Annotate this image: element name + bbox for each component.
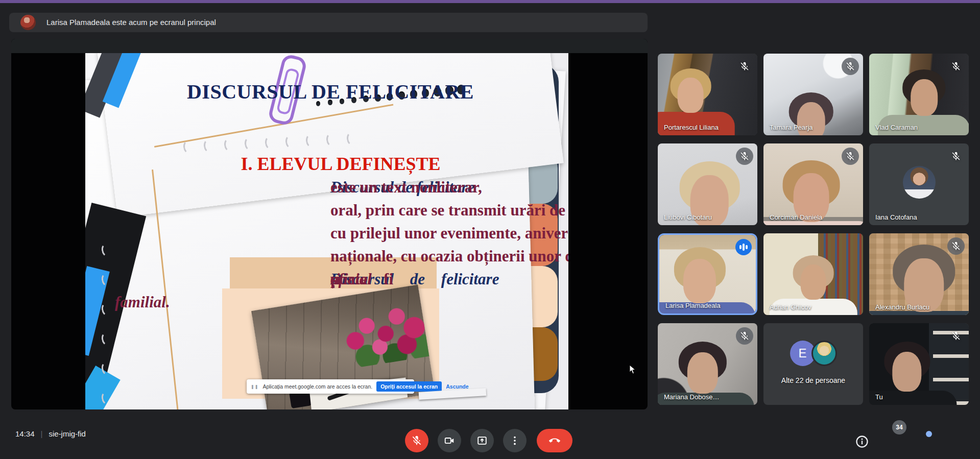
slide-body-line: cu prilejul unor evenimente, aniversări,… (110, 222, 551, 245)
mic-off-icon (736, 148, 753, 165)
participant-tile[interactable]: Iana Cotofana (869, 143, 969, 225)
participant-tile[interactable]: Larisa Plamadeala (658, 233, 757, 315)
google-meet-window: Larisa Plamadeala este acum pe ecranul p… (0, 0, 980, 459)
slide-heading: I. ELEVUL DEFINEȘTE (162, 153, 519, 175)
share-notice-message: Aplicația meet.google.com are acces la e… (262, 383, 372, 390)
person-head (898, 250, 950, 312)
participant-video: E (763, 323, 863, 405)
person-silhouette (763, 233, 863, 315)
avatar-photo (811, 341, 837, 366)
mic-off-icon (736, 327, 753, 345)
shared-screen-top-strip (11, 39, 648, 53)
info-icon (855, 434, 869, 449)
participant-name: Mariana Dobose… (664, 393, 719, 401)
participant-name: Adrian Ghicov (770, 303, 811, 311)
slide-body-line: oral, prin care se transmit urări de bin… (110, 199, 551, 222)
presentation-slide: DISCURSUL DE FELICITARE I. ELEVUL DEFINE… (85, 53, 568, 409)
chat-notification-dot (926, 431, 932, 437)
person-head (674, 72, 708, 113)
stop-sharing-button[interactable]: Opriți accesul la ecran (376, 381, 442, 392)
participant-tile[interactable]: Vlad Caraman (869, 54, 969, 135)
meeting-meta: 14:34 | sie-jmig-fid (15, 408, 86, 459)
participant-name: Alexandru Burlacu (875, 303, 929, 311)
bottom-bar: 14:34 | sie-jmig-fid (0, 408, 980, 459)
slide-body-line: Discursul de felicitare este un text non… (110, 176, 551, 199)
slide-body-line: naționale, cu ocazia obținerii unor dist… (110, 245, 551, 268)
present-screen-button[interactable] (470, 429, 494, 452)
clock: 14:34 (15, 429, 35, 438)
mic-toggle-button[interactable] (405, 429, 428, 452)
overflow-avatars: E (790, 341, 837, 366)
participant-tile[interactable]: Adrian Ghicov (763, 233, 863, 315)
mic-off-icon (947, 237, 965, 255)
person-head (888, 345, 926, 392)
participant-name: Liubovi Cibotaru (664, 213, 712, 221)
person-head (678, 252, 721, 304)
person-head (683, 346, 723, 394)
participant-name: Portarescul Liliana (664, 124, 719, 131)
present-icon (476, 435, 488, 446)
mic-off-icon (736, 58, 753, 75)
mouse-cursor (629, 365, 636, 375)
person-head (796, 259, 830, 300)
presenter-avatar (20, 15, 36, 30)
participant-tile[interactable]: Mariana Dobose… (658, 323, 757, 405)
participant-tile[interactable]: Tamara Pearja (763, 54, 863, 135)
participant-tile[interactable]: Liubovi Cibotaru (658, 143, 757, 225)
tulip-bouquet (328, 285, 435, 371)
presenter-toast-text: Larisa Plamadeala este acum pe ecranul p… (46, 13, 216, 32)
participant-name: Iana Cotofana (875, 213, 917, 221)
participant-name: Corcimari Daniela (770, 213, 822, 221)
hang-up-icon (549, 435, 560, 446)
participant-avatar (903, 166, 936, 199)
participant-name: Vlad Caraman (875, 124, 918, 131)
camera-toggle-button[interactable] (438, 429, 461, 452)
participant-name: Alte 22 de persoane (781, 376, 845, 384)
chrome-share-notice: ❚❚ Aplicația meet.google.com are acces l… (247, 379, 414, 394)
mic-off-icon (411, 435, 422, 446)
meeting-details-button[interactable] (855, 434, 869, 449)
participant-name: Tamara Pearja (770, 124, 813, 131)
mic-off-icon (947, 148, 965, 165)
leave-call-button[interactable] (537, 429, 572, 452)
presenter-toast: Larisa Plamadeala este acum pe ecranul p… (9, 13, 648, 32)
participant-video (763, 233, 863, 315)
more-options-icon (509, 435, 520, 446)
participant-name: Tu (875, 393, 883, 401)
speaking-indicator (735, 239, 752, 255)
mic-off-icon (947, 58, 965, 75)
hide-notice-link[interactable]: Ascunde (446, 383, 468, 390)
participant-tile[interactable]: Corcimari Daniela (763, 143, 863, 225)
camera-icon (444, 435, 455, 446)
browser-top-strip (0, 0, 980, 3)
mic-off-icon (842, 58, 859, 75)
slide-title: DISCURSUL DE FELICITARE (162, 80, 499, 104)
participant-name: Larisa Plamadeala (665, 302, 721, 309)
mic-off-icon (842, 148, 859, 165)
shared-screen-stage: DISCURSUL DE FELICITARE I. ELEVUL DEFINE… (11, 39, 648, 409)
more-options-button[interactable] (503, 429, 527, 452)
pause-icon: ❚❚ (251, 384, 258, 389)
participants-grid: Portarescul Liliana Tamara Pearja (658, 54, 969, 405)
participant-tile[interactable]: Tu (869, 323, 969, 405)
meeting-code: sie-jmig-fid (49, 429, 86, 438)
participant-tile[interactable]: E Alte 22 de persoane (763, 323, 863, 405)
participant-tile[interactable]: Alexandru Burlacu (869, 233, 969, 315)
participant-tile[interactable]: Portarescul Liliana (658, 54, 757, 135)
mic-off-icon (947, 327, 965, 345)
slide-body-line: Discursul de felicitare poate fi oficial… (110, 268, 551, 291)
participant-count-badge[interactable]: 34 (892, 420, 906, 434)
person-head (906, 73, 942, 116)
meta-divider: | (41, 429, 43, 438)
